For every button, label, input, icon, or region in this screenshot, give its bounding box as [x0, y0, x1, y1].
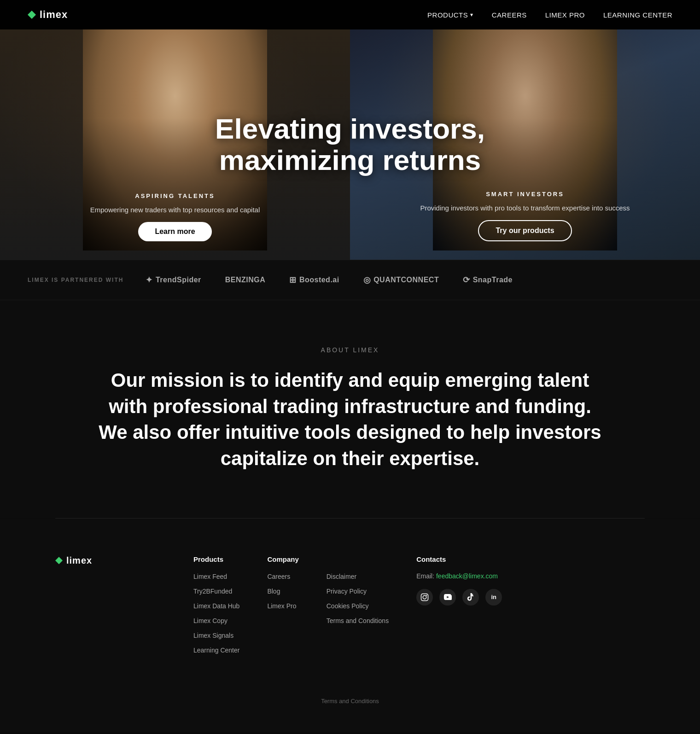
footer-contacts-col: Contacts Email: feedback@limex.com in — [416, 555, 502, 661]
footer-bottom-links: Terms and Conditions — [321, 698, 379, 705]
about-heading: Our mission is to identify and equip eme… — [92, 367, 608, 472]
footer-socials: in — [416, 589, 502, 606]
quantconnect-label: QUANTCONNECT — [373, 276, 439, 284]
hero-left-panel: ASPIRING TALENTS Empowering new traders … — [0, 29, 350, 260]
youtube-icon[interactable] — [439, 589, 456, 606]
footer-products-heading: Products — [193, 555, 239, 563]
footer: limex Products Limex Feed Try2BFunded Li… — [0, 518, 700, 732]
smart-investors-desc: Providing investors with pro tools to tr… — [420, 203, 630, 213]
footer-legal-list: Disclaimer Privacy Policy Cookies Policy… — [327, 572, 389, 625]
instagram-icon[interactable] — [416, 589, 433, 606]
email-label: Email: — [416, 572, 434, 580]
logo-text: limex — [40, 9, 68, 21]
footer-link-learning-center[interactable]: Learning Center — [193, 646, 239, 654]
partner-snaptrade: ⟳ SnapTrade — [463, 275, 513, 285]
footer-products-list: Limex Feed Try2BFunded Limex Data Hub Li… — [193, 572, 239, 654]
footer-bottom: Terms and Conditions — [55, 688, 645, 705]
snaptrade-icon: ⟳ — [463, 275, 470, 285]
footer-logo-diamond-icon — [55, 557, 63, 564]
partners-label: LIMEX IS PARTNERED WITH — [28, 277, 123, 283]
nav-products[interactable]: PRODUCTS — [427, 11, 473, 19]
footer-columns: Products Limex Feed Try2BFunded Limex Da… — [193, 555, 645, 661]
aspiring-talents-desc: Empowering new traders with top resource… — [90, 205, 260, 215]
footer-products-col: Products Limex Feed Try2BFunded Limex Da… — [193, 555, 239, 661]
partner-trendspider: ✦ TrendSpider — [146, 275, 201, 285]
footer-email: Email: feedback@limex.com — [416, 572, 502, 580]
nav-links: PRODUCTS CAREERS LIMEX PRO LEARNING CENT… — [427, 11, 672, 19]
hero-section: ASPIRING TALENTS Empowering new traders … — [0, 29, 700, 260]
nav-careers[interactable]: CAREERS — [492, 11, 527, 19]
footer-link-limex-copy[interactable]: Limex Copy — [193, 617, 239, 625]
navbar: limex PRODUCTS CAREERS LIMEX PRO LEARNIN… — [0, 0, 700, 29]
boostedai-label: Boosted.ai — [299, 276, 339, 284]
about-section: ABOUT LIMEX Our mission is to identify a… — [0, 300, 700, 518]
partner-quantconnect: ◎ QUANTCONNECT — [363, 275, 439, 285]
footer-link-careers[interactable]: Careers — [267, 572, 298, 581]
logo[interactable]: limex — [28, 9, 68, 21]
footer-legal-col: - Disclaimer Privacy Policy Cookies Poli… — [327, 555, 389, 661]
footer-link-limex-feed[interactable]: Limex Feed — [193, 572, 239, 581]
footer-company-heading: Company — [267, 555, 298, 563]
partners-section: LIMEX IS PARTNERED WITH ✦ TrendSpider BE… — [0, 260, 700, 300]
tiktok-icon[interactable] — [462, 589, 479, 606]
trendspider-icon: ✦ — [146, 275, 153, 285]
footer-logo[interactable]: limex — [55, 555, 157, 566]
hero-left-content: ASPIRING TALENTS Empowering new traders … — [0, 192, 350, 241]
learn-more-button[interactable]: Learn more — [138, 222, 211, 241]
partner-benzinga: BENZINGA — [225, 276, 266, 284]
footer-company-col: Company Careers Blog Limex Pro — [267, 555, 298, 661]
hero-right-panel: SMART INVESTORS Providing investors with… — [350, 29, 700, 260]
aspiring-talents-label: ASPIRING TALENTS — [135, 192, 215, 199]
footer-link-limex-signals[interactable]: Limex Signals — [193, 631, 239, 640]
svg-point-2 — [426, 595, 427, 596]
nav-limex-pro[interactable]: LIMEX PRO — [545, 11, 585, 19]
footer-logo-text: limex — [66, 555, 92, 566]
partner-boostedai: ⊞ Boosted.ai — [289, 275, 339, 285]
hero-right-content: SMART INVESTORS Providing investors with… — [350, 191, 700, 241]
footer-company-list: Careers Blog Limex Pro — [267, 572, 298, 610]
about-section-label: ABOUT LIMEX — [92, 346, 608, 354]
footer-top: limex Products Limex Feed Try2BFunded Li… — [55, 555, 645, 661]
footer-terms-link[interactable]: Terms and Conditions — [321, 698, 379, 705]
benzinga-label: BENZINGA — [225, 276, 266, 284]
footer-link-data-hub[interactable]: Limex Data Hub — [193, 602, 239, 610]
quantconnect-icon: ◎ — [363, 275, 371, 285]
footer-link-terms[interactable]: Terms and Conditions — [327, 617, 389, 625]
footer-link-disclaimer[interactable]: Disclaimer — [327, 572, 389, 581]
snaptrade-label: SnapTrade — [473, 276, 513, 284]
trendspider-label: TrendSpider — [156, 276, 201, 284]
boostedai-icon: ⊞ — [289, 275, 297, 285]
footer-link-cookies[interactable]: Cookies Policy — [327, 602, 389, 610]
email-link[interactable]: feedback@limex.com — [436, 572, 498, 580]
footer-link-privacy[interactable]: Privacy Policy — [327, 587, 389, 595]
footer-contacts-heading: Contacts — [416, 555, 502, 563]
nav-learning-center[interactable]: LEARNING CENTER — [603, 11, 672, 19]
linkedin-icon[interactable]: in — [485, 589, 502, 606]
logo-diamond-icon — [28, 11, 36, 19]
svg-point-1 — [423, 595, 426, 599]
footer-link-limex-pro[interactable]: Limex Pro — [267, 602, 298, 610]
partners-logos: ✦ TrendSpider BENZINGA ⊞ Boosted.ai ◎ QU… — [146, 275, 672, 285]
smart-investors-label: SMART INVESTORS — [486, 191, 564, 198]
try-products-button[interactable]: Try our products — [478, 220, 572, 241]
footer-link-try2bfunded[interactable]: Try2BFunded — [193, 587, 239, 595]
footer-link-blog[interactable]: Blog — [267, 587, 298, 595]
svg-rect-0 — [421, 594, 428, 600]
footer-brand: limex — [55, 555, 157, 661]
